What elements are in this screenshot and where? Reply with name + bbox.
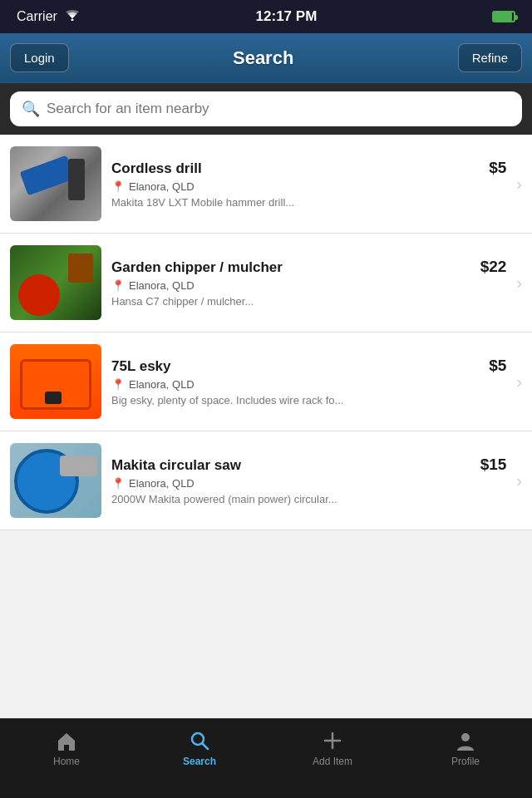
location-icon: 📍	[111, 378, 125, 391]
nav-bar: Login Search Refine	[0, 33, 532, 83]
tab-profile[interactable]: Profile	[399, 729, 532, 767]
saw-thumbnail	[10, 443, 101, 518]
wifi-icon	[64, 9, 81, 24]
status-time: 12:17 PM	[256, 8, 318, 25]
item-content: Makita circular saw $15 📍 Elanora, QLD 2…	[111, 456, 506, 505]
login-button[interactable]: Login	[10, 43, 69, 72]
list-item[interactable]: Garden chipper / mulcher $22 📍 Elanora, …	[0, 234, 532, 332]
item-location: Elanora, QLD	[129, 180, 195, 193]
search-tab-icon	[188, 729, 211, 752]
item-list: Cordless drill $5 📍 Elanora, QLD Makita …	[0, 135, 532, 530]
tab-home[interactable]: Home	[0, 729, 133, 767]
drill-thumbnail	[10, 146, 101, 221]
status-right	[492, 11, 515, 22]
item-location: Elanora, QLD	[129, 279, 195, 292]
status-bar: Carrier 12:17 PM	[0, 0, 532, 33]
item-title-row: Cordless drill $5	[111, 159, 506, 177]
item-thumbnail	[10, 146, 101, 221]
item-content: Garden chipper / mulcher $22 📍 Elanora, …	[111, 258, 506, 308]
item-price: $22	[480, 258, 507, 276]
item-description: Makita 18V LXT Mobile hammer drill...	[111, 196, 506, 209]
tab-home-label: Home	[53, 756, 80, 767]
search-bar-container: 🔍	[0, 83, 532, 135]
nav-title: Search	[233, 47, 293, 69]
item-location-row: 📍 Elanora, QLD	[111, 180, 506, 193]
refine-button[interactable]: Refine	[458, 43, 522, 72]
location-icon: 📍	[111, 180, 125, 193]
item-title: Garden chipper / mulcher	[111, 259, 474, 276]
tab-bar: Home Search Add Item Profile	[0, 718, 532, 798]
item-price: $5	[489, 357, 506, 375]
svg-point-0	[71, 19, 73, 22]
item-description: 2000W Makita powered (main power) circul…	[111, 493, 506, 505]
add-item-icon	[321, 729, 344, 752]
item-title: Makita circular saw	[111, 457, 474, 474]
location-icon: 📍	[111, 279, 125, 292]
item-location-row: 📍 Elanora, QLD	[111, 279, 506, 292]
item-price: $5	[489, 159, 506, 177]
item-location-row: 📍 Elanora, QLD	[111, 477, 506, 490]
item-thumbnail	[10, 245, 101, 320]
carrier-label: Carrier	[17, 9, 57, 24]
item-title: 75L esky	[111, 358, 482, 375]
list-item[interactable]: 75L esky $5 📍 Elanora, QLD Big esky, ple…	[0, 332, 532, 431]
item-location: Elanora, QLD	[129, 378, 195, 391]
list-item[interactable]: Makita circular saw $15 📍 Elanora, QLD 2…	[0, 431, 532, 530]
list-item[interactable]: Cordless drill $5 📍 Elanora, QLD Makita …	[0, 135, 532, 234]
chevron-right-icon: ›	[516, 175, 522, 194]
chipper-thumbnail	[10, 245, 101, 320]
tab-search-label: Search	[183, 756, 216, 767]
tab-search[interactable]: Search	[133, 729, 266, 767]
item-thumbnail	[10, 344, 101, 419]
item-title-row: Garden chipper / mulcher $22	[111, 258, 506, 276]
search-input-wrapper: 🔍	[10, 91, 522, 126]
item-location-row: 📍 Elanora, QLD	[111, 378, 506, 391]
chevron-right-icon: ›	[516, 372, 522, 392]
chevron-right-icon: ›	[516, 471, 522, 490]
item-title: Cordless drill	[111, 160, 482, 177]
search-icon: 🔍	[22, 100, 40, 118]
item-title-row: Makita circular saw $15	[111, 456, 506, 474]
item-description: Hansa C7 chipper / mulcher...	[111, 295, 506, 308]
tab-profile-label: Profile	[451, 756, 480, 767]
home-icon	[55, 729, 78, 752]
status-left: Carrier	[17, 9, 81, 24]
svg-line-2	[203, 744, 209, 750]
item-location: Elanora, QLD	[129, 477, 195, 490]
tab-add-item[interactable]: Add Item	[266, 729, 399, 767]
svg-point-5	[461, 733, 470, 741]
item-content: 75L esky $5 📍 Elanora, QLD Big esky, ple…	[111, 357, 506, 406]
tab-add-item-label: Add Item	[313, 756, 352, 767]
item-title-row: 75L esky $5	[111, 357, 506, 375]
battery-icon	[492, 11, 515, 22]
item-content: Cordless drill $5 📍 Elanora, QLD Makita …	[111, 159, 506, 209]
location-icon: 📍	[111, 477, 125, 490]
esky-thumbnail	[10, 344, 101, 419]
item-description: Big esky, plenty of space. Includes wire…	[111, 394, 506, 406]
search-input[interactable]	[47, 101, 510, 117]
item-thumbnail	[10, 443, 101, 518]
item-price: $15	[480, 456, 507, 474]
profile-icon	[454, 729, 477, 752]
chevron-right-icon: ›	[516, 273, 522, 293]
